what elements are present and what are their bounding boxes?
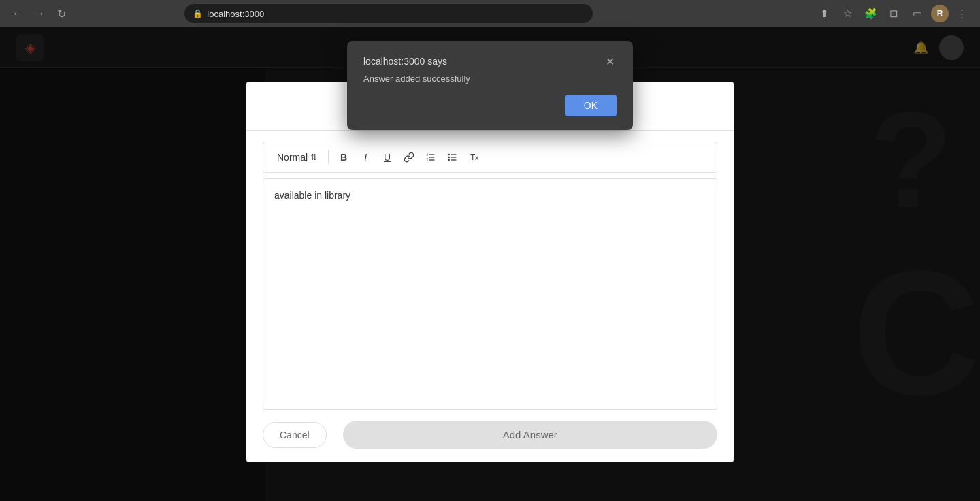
browser-actions: ⬆ ☆ 🧩 ⊡ ▭ R ⋮ [815,4,972,23]
cancel-button[interactable]: Cancel [263,422,327,448]
share-button[interactable]: ⬆ [815,4,834,23]
chevron-icon: ⇅ [310,152,317,162]
split-view-button[interactable]: ▭ [908,4,927,23]
rte-content[interactable]: available in library [263,178,717,410]
link-button[interactable] [399,148,419,167]
alert-close-button[interactable]: ✕ [603,54,617,68]
style-label: Normal [277,152,308,163]
ordered-list-button[interactable] [421,148,440,167]
url-text: localhost:3000 [207,9,264,19]
page-background: i c 7 U ? C 7 ◈ 🔔 localhost:3000 says ✕ [0,27,980,501]
menu-button[interactable]: ⋮ [953,4,972,23]
alert-message: Answer added successfully [363,74,617,84]
answer-panel-footer: Cancel Add Answer [246,410,734,449]
nav-buttons: ← → ↻ [8,4,71,23]
forward-button[interactable]: → [30,4,49,23]
rte-text: available in library [274,190,350,201]
text-style-select[interactable]: Normal ⇅ [272,149,323,165]
browser-chrome: ← → ↻ 🔒 localhost:3000 ⬆ ☆ 🧩 ⊡ ▭ R ⋮ [0,0,980,27]
alert-header: localhost:3000 says ✕ [363,54,617,68]
back-button[interactable]: ← [8,4,27,23]
tab-manager-button[interactable]: ⊡ [885,4,904,23]
svg-point-10 [448,159,449,160]
unordered-list-button[interactable] [443,148,462,167]
alert-title: localhost:3000 says [363,56,447,67]
profile-button[interactable]: R [931,5,949,22]
alert-footer: OK [363,95,617,116]
address-bar[interactable]: 🔒 localhost:3000 [184,4,593,23]
modal-overlay: localhost:3000 says ✕ Answer added succe… [0,27,980,501]
bold-button[interactable]: B [334,148,353,167]
toolbar-divider-1 [328,150,329,164]
alert-ok-button[interactable]: OK [565,95,617,116]
bookmark-button[interactable]: ☆ [838,4,858,23]
add-answer-button[interactable]: Add Answer [343,421,717,449]
italic-button[interactable]: I [356,148,375,167]
answer-panel: localhost:3000 says ✕ Answer added succe… [246,82,734,462]
svg-point-8 [448,154,449,155]
clear-format-button[interactable]: Tx [465,148,484,167]
underline-button[interactable]: U [378,148,397,167]
lock-icon: 🔒 [193,9,203,18]
extensions-button[interactable]: 🧩 [862,4,881,23]
svg-point-9 [448,157,449,157]
alert-dialog: localhost:3000 says ✕ Answer added succe… [347,41,633,130]
refresh-button[interactable]: ↻ [52,4,71,23]
rte-toolbar: Normal ⇅ B I U [263,142,717,173]
